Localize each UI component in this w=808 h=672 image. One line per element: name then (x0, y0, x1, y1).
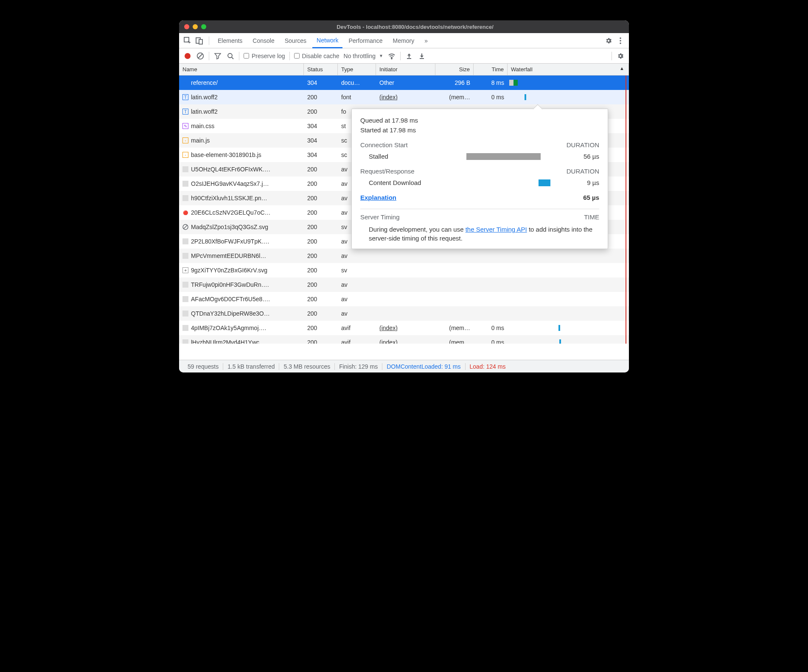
request-response-heading: Request/Response (360, 168, 415, 175)
content-download-label: Content Download (360, 179, 454, 186)
preserve-log-checkbox[interactable]: Preserve log (244, 53, 285, 59)
request-name: latin.woff2 (191, 94, 218, 101)
tab-memory[interactable]: Memory (389, 33, 419, 48)
tab-performance[interactable]: Performance (344, 33, 387, 48)
preserve-log-label: Preserve log (252, 53, 285, 59)
request-name: main.js (191, 137, 210, 144)
stalled-bar (466, 153, 541, 160)
device-toolbar-icon[interactable] (194, 36, 205, 46)
tab-network[interactable]: Network (312, 33, 342, 48)
svg-rect-2 (199, 39, 202, 44)
request-name: 2P2L80XfBoFWJFxU9TpK…. (191, 238, 269, 245)
tabs-overflow[interactable]: » (420, 33, 432, 48)
table-row[interactable]: AFacMOgv6D0CFTr6U5e8….200av (179, 292, 629, 306)
explanation-link[interactable]: Explanation (360, 194, 396, 201)
status-finish: Finish: 129 ms (335, 363, 382, 370)
table-row[interactable]: Tlatin.woff2200font(index)(mem…0 ms (179, 90, 629, 104)
network-conditions-icon[interactable] (387, 52, 396, 60)
request-name: AFacMOgv6D0CFTr6U5e8…. (191, 296, 270, 302)
column-size[interactable]: Size (435, 64, 474, 75)
window-titlebar: DevTools - localhost:8080/docs/devtools/… (179, 20, 629, 33)
svg-point-4 (620, 40, 621, 42)
record-button[interactable] (183, 52, 192, 60)
request-name: h90CtfziXluvh1LSSKJE.pn… (191, 195, 267, 202)
started-at-text: Started at 17.98 ms (360, 126, 599, 134)
request-name: main.css (191, 123, 214, 129)
svg-point-3 (620, 37, 621, 39)
svg-rect-11 (407, 58, 411, 59)
search-icon[interactable] (226, 52, 235, 60)
filter-icon[interactable] (213, 52, 222, 60)
column-name[interactable]: Name (179, 64, 304, 75)
request-size: 296 B (435, 79, 474, 86)
network-toolbar: Preserve log Disable cache No throttling… (179, 48, 629, 64)
server-timing-api-link[interactable]: the Server Timing API (466, 226, 527, 233)
clear-icon[interactable] (196, 52, 205, 60)
throttling-select[interactable]: No throttling ▼ (344, 53, 383, 59)
request-status: 200 (304, 195, 338, 202)
tab-sources[interactable]: Sources (281, 33, 311, 48)
request-name: 20E6CLcSzNV2GELQu7oC… (191, 209, 271, 216)
request-type: docu… (338, 79, 376, 86)
request-initiator: (index) (376, 325, 435, 331)
request-name: U5OHzQL4tEKFr6OFIxWK…. (191, 166, 270, 173)
request-status: 200 (304, 310, 338, 317)
server-timing-text: During development, you can use the Serv… (360, 225, 599, 243)
table-row[interactable]: lHvzbNUlrm2Mvd4H1Ywc….200avif(index)(mem… (179, 335, 629, 344)
column-time[interactable]: Time (474, 64, 508, 75)
server-timing-heading: Server Timing (360, 213, 400, 221)
column-type[interactable]: Type (338, 64, 376, 75)
tab-elements[interactable]: Elements (213, 33, 247, 48)
svg-line-14 (184, 225, 187, 229)
duration-label-2: DURATION (567, 168, 599, 175)
network-settings-gear-icon[interactable] (616, 52, 625, 60)
request-name: TRFujw0pi0nHF3GwDuRn…. (191, 281, 269, 288)
request-time: 8 ms (474, 79, 508, 86)
inspect-element-icon[interactable] (182, 36, 193, 46)
column-initiator[interactable]: Initiator (376, 64, 435, 75)
table-row[interactable]: ✦9gzXiTYY0nZzBxGI6KrV.svg200sv (179, 263, 629, 277)
minimize-window-button[interactable] (193, 24, 198, 29)
upload-har-icon[interactable] (405, 52, 413, 60)
svg-point-10 (391, 58, 392, 59)
download-har-icon[interactable] (418, 52, 426, 60)
request-status: 304 (304, 79, 338, 86)
request-status: 200 (304, 209, 338, 216)
initiator-link[interactable]: (index) (379, 94, 398, 101)
request-time: 0 ms (474, 339, 508, 344)
request-initiator: Other (376, 79, 435, 86)
tab-console[interactable]: Console (248, 33, 278, 48)
connection-start-heading: Connection Start (360, 141, 408, 148)
column-status[interactable]: Status (304, 64, 338, 75)
disable-cache-checkbox[interactable]: Disable cache (294, 53, 339, 59)
request-name: 9gzXiTYY0nZzBxGI6KrV.svg (191, 267, 267, 274)
more-menu-icon[interactable] (615, 36, 626, 46)
initiator-link[interactable]: (index) (379, 339, 398, 344)
devtools-window: DevTools - localhost:8080/docs/devtools/… (179, 20, 629, 372)
settings-gear-icon[interactable] (603, 36, 614, 46)
request-name: lHvzbNUlrm2Mvd4H1Ywc…. (191, 339, 267, 344)
request-status: 200 (304, 325, 338, 331)
request-name: MadqZslZpo1sj3qQ3GsZ.svg (191, 224, 268, 230)
request-initiator: (index) (376, 339, 435, 344)
table-row[interactable]: TRFujw0pi0nHF3GwDuRn….200av (179, 277, 629, 292)
table-row[interactable]: 4pIMBj7zOAk1y5Agmmoj….200avif(index)(mem… (179, 321, 629, 335)
request-status: 200 (304, 94, 338, 101)
maximize-window-button[interactable] (201, 24, 206, 29)
initiator-link[interactable]: (index) (379, 325, 398, 331)
svg-point-5 (620, 42, 621, 44)
close-window-button[interactable] (184, 24, 189, 29)
table-row[interactable]: MPcVmmemtEEDURBN6l…200av (179, 249, 629, 263)
request-time: 0 ms (474, 94, 508, 101)
request-name: 4pIMBj7zOAk1y5Agmmoj…. (191, 325, 266, 331)
request-status: 200 (304, 180, 338, 187)
request-status: 200 (304, 281, 338, 288)
request-status: 200 (304, 108, 338, 115)
table-row[interactable]: QTDnaY32hLDipeRW8e3O…200av (179, 306, 629, 321)
status-resources: 5.3 MB resources (279, 363, 335, 370)
column-waterfall[interactable]: Waterfall ▲ (508, 64, 629, 75)
panel-tabs: ElementsConsoleSourcesNetworkPerformance… (179, 33, 629, 48)
request-name: latin.woff2 (191, 108, 218, 115)
table-row[interactable]: ≡reference/304docu…Other296 B8 ms (179, 76, 629, 90)
request-size: (mem… (435, 339, 474, 344)
